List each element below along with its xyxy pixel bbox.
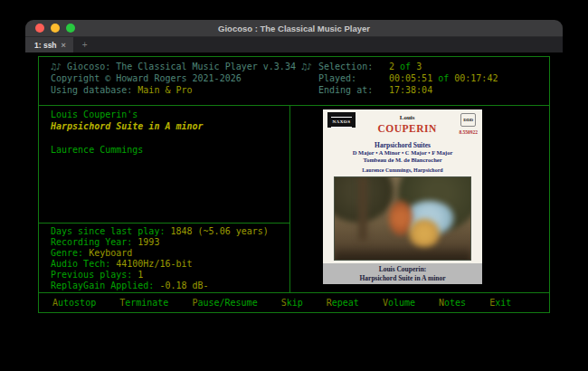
cover-titles: Harpsichord Suites D Major • A Minor • C… <box>327 141 478 174</box>
menu-label: olume <box>388 298 415 308</box>
stat-value: 1848 (~5.06 years) <box>170 226 268 236</box>
right-column: NAXOS Louis COUPERIN DDD 8.550922 <box>290 106 549 292</box>
stat-value: 1 <box>138 270 143 280</box>
played-of: of <box>432 73 454 83</box>
menu-item-pause-resume[interactable]: Pause/Resume <box>192 297 257 309</box>
format-badge: DDD <box>460 113 476 127</box>
menu-item-skip[interactable]: Skip <box>281 297 303 309</box>
naxos-logo-text: NAXOS <box>331 117 351 128</box>
stat-row: Recording Year: 1993 <box>51 237 289 248</box>
stat-value: 1993 <box>138 237 159 247</box>
menu-label: erminate <box>125 298 168 308</box>
menu-label: xit <box>495 298 511 308</box>
menu-item-repeat[interactable]: Repeat <box>327 297 359 309</box>
menu-item-terminate[interactable]: Terminate <box>119 297 168 309</box>
album-art: NAXOS Louis COUPERIN DDD 8.550922 <box>323 109 482 284</box>
database-line: Using database: Main & Pro <box>51 84 313 96</box>
tab-label: 1: ssh <box>34 41 57 50</box>
stat-label: Previous plays: <box>51 270 138 280</box>
naxos-logo: NAXOS <box>327 112 356 128</box>
selection-line: Selection:2 of 3 <box>318 61 498 72</box>
menu-item-autostop[interactable]: Autostop <box>52 297 96 309</box>
stat-label: Genre: <box>51 248 89 258</box>
database-label: Using database: <box>51 85 138 95</box>
cover-composer: Louis COUPERIN <box>378 112 437 134</box>
menu-label: utostop <box>58 298 96 308</box>
work-title: Harpsichord Suite in A minor <box>51 120 289 132</box>
album-cover: NAXOS Louis COUPERIN DDD 8.550922 <box>323 109 482 263</box>
stat-row: Genre: Keyboard <box>51 248 289 259</box>
tab-close-icon[interactable]: × <box>62 41 66 50</box>
menu-item-exit[interactable]: Exit <box>489 297 511 309</box>
left-column: Louis Couperin's Harpsichord Suite in A … <box>39 106 290 292</box>
selection-of: of <box>394 62 416 71</box>
played-total: 00:17:42 <box>454 73 498 83</box>
menu-item-volume[interactable]: Volume <box>383 297 415 309</box>
header-right: Selection:2 of 3 Played:00:05:51 of 00:1… <box>313 57 498 105</box>
traffic-lights <box>25 24 75 33</box>
tab-bar: 1: ssh × + <box>25 37 563 52</box>
menu-label: ause/Resume <box>197 298 257 308</box>
played-elapsed: 00:05:51 <box>389 73 432 83</box>
menu-label: epeat <box>332 298 359 308</box>
app-title-line: ♫♪ Giocoso: The Classical Music Player v… <box>51 61 313 72</box>
composer-line: Louis Couperin's <box>51 109 289 120</box>
cover-header: NAXOS Louis COUPERIN DDD 8.550922 <box>327 112 478 138</box>
stat-row: Previous plays: 1 <box>51 270 289 281</box>
stat-value: Keyboard <box>89 248 132 258</box>
cover-catalog: DDD 8.550922 <box>459 112 478 138</box>
catalog-number: 8.550922 <box>459 127 478 138</box>
selection-label: Selection: <box>318 61 389 72</box>
new-tab-button[interactable]: + <box>73 37 97 52</box>
album-subtitle: Tombeau de M. de Blancrocher <box>327 157 478 164</box>
stat-value: 44100Hz/16-bit <box>116 259 192 269</box>
stat-row: ReplayGain Applied: -0.18 dB- <box>51 281 289 291</box>
ending-line: Ending at:17:38:04 <box>318 84 498 96</box>
now-playing-block: Louis Couperin's Harpsichord Suite in A … <box>39 106 289 223</box>
ending-label: Ending at: <box>318 84 389 96</box>
album-caption: Louis Couperin: Harpsichord Suite in A m… <box>323 263 482 284</box>
played-label: Played: <box>318 72 389 84</box>
header-section: ♫♪ Giocoso: The Classical Music Player v… <box>39 57 549 106</box>
ending-value: 17:38:04 <box>389 85 432 95</box>
stat-row: Audio Tech: 44100Hz/16-bit <box>51 259 289 270</box>
selection-total: 3 <box>416 62 422 71</box>
zoom-button[interactable] <box>66 24 75 33</box>
menu-item-notes[interactable]: Notes <box>439 297 466 309</box>
caption-composer: Louis Couperin: <box>323 265 482 274</box>
window-title: Giocoso : The Classical Music Player <box>25 24 563 33</box>
painting-figure-woman <box>409 219 440 248</box>
stat-label: Recording Year: <box>51 237 138 247</box>
painting-tree-trunk <box>358 177 367 241</box>
minimize-button[interactable] <box>51 24 60 33</box>
album-performer: Laurence Cummings, Harpsichord <box>327 167 478 174</box>
terminal-content: ♫♪ Giocoso: The Classical Music Player v… <box>25 52 563 351</box>
database-value: Main & Pro <box>138 85 192 95</box>
title-bar: Giocoso : The Classical Music Player <box>25 20 563 37</box>
main-section: Louis Couperin's Harpsichord Suite in A … <box>39 106 549 292</box>
giocoso-frame: ♫♪ Giocoso: The Classical Music Player v… <box>38 56 550 313</box>
stat-row: Days since last play: 1848 (~5.06 years) <box>51 226 289 237</box>
album-painting <box>334 176 471 261</box>
stat-label: Audio Tech: <box>51 259 116 269</box>
copyright-line: Copyright © Howard Rogers 2021-2026 <box>51 72 313 84</box>
played-line: Played:00:05:51 of 00:17:42 <box>318 72 498 84</box>
header-left: ♫♪ Giocoso: The Classical Music Player v… <box>39 57 313 105</box>
stat-label: ReplayGain Applied: <box>51 281 159 290</box>
menu-bar: Autostop Terminate Pause/Resume Skip Rep… <box>39 292 549 312</box>
painting-ground <box>335 245 470 261</box>
composer-last-name: COUPERIN <box>378 124 437 134</box>
terminal-window: Giocoso : The Classical Music Player 1: … <box>25 20 563 351</box>
close-button[interactable] <box>35 24 44 33</box>
performer-line: Laurence Cummings <box>51 144 289 156</box>
tab-ssh[interactable]: 1: ssh × <box>25 37 73 52</box>
stat-label: Days since last play: <box>51 226 170 236</box>
menu-label: otes <box>444 298 466 308</box>
menu-label: kip <box>287 298 303 308</box>
stat-value: -0.18 dB- <box>159 281 208 290</box>
stats-block: Days since last play: 1848 (~5.06 years)… <box>39 223 289 292</box>
album-title: Harpsichord Suites <box>327 141 478 149</box>
album-keys: D Major • A Minor • C Major • F Major <box>327 149 478 157</box>
caption-work: Harpsichord Suite in A minor <box>323 274 482 283</box>
